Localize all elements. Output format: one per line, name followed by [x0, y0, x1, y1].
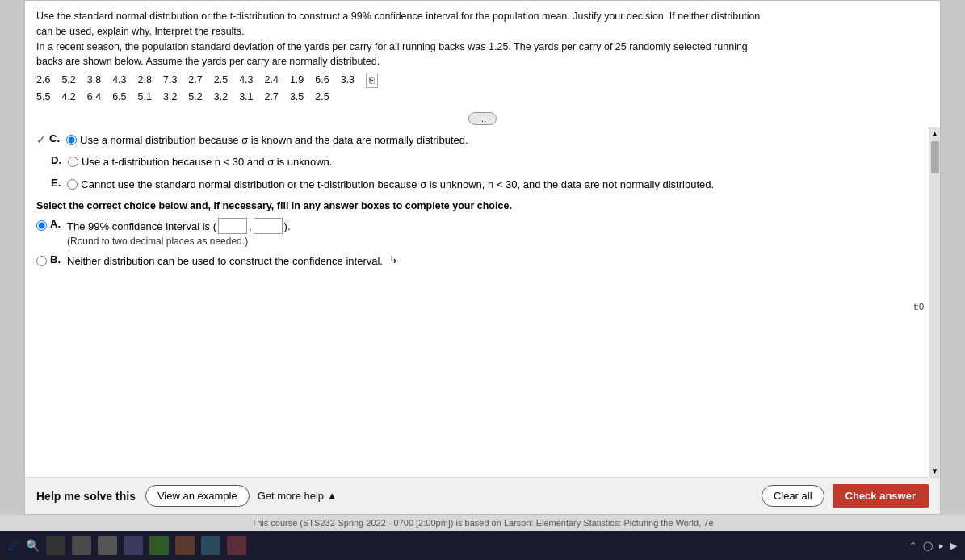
taskbar-icon-5[interactable]: [149, 536, 169, 555]
taskbar-icon-4[interactable]: [124, 536, 143, 555]
volume-icon[interactable]: ▶: [950, 541, 957, 551]
taskbar-icon-3[interactable]: [98, 536, 117, 555]
question-text-3: In a recent season, the population stand…: [36, 40, 929, 55]
data-val: 6.6: [315, 73, 329, 88]
clear-all-button[interactable]: Clear all: [762, 485, 824, 507]
data-val: 3.2: [163, 90, 177, 105]
option-c-radio[interactable]: [66, 135, 77, 145]
data-val: 2.4: [265, 73, 279, 88]
caret-up-icon[interactable]: ⌃: [909, 541, 917, 551]
taskbar-icon-7[interactable]: [201, 536, 220, 555]
option-b-text: Neither distribution can be used to cons…: [67, 253, 383, 270]
scroll-thumb[interactable]: [931, 141, 939, 173]
option-e-text: Cannot use the standard normal distribut…: [81, 177, 714, 193]
data-val: 5.1: [138, 90, 152, 105]
option-b: B. Neither distribution can be used to c…: [36, 253, 929, 270]
data-val: 2.5: [315, 90, 329, 105]
data-val: 7.3: [163, 73, 177, 88]
data-val: 6.5: [112, 90, 126, 105]
option-d: D. Use a t-distribution because n < 30 a…: [36, 154, 929, 170]
cursor-indicator: ↳: [389, 253, 398, 265]
comma-separator: ,: [249, 220, 252, 232]
data-val: 4.3: [239, 73, 253, 88]
t0-indicator: t:0: [914, 302, 924, 311]
get-more-help-link[interactable]: Get more help ▲: [258, 490, 338, 502]
option-d-label: D.: [51, 154, 61, 166]
option-d-text: Use a t-distribution because n < 30 and …: [82, 154, 332, 170]
taskbar-icon-2[interactable]: [72, 536, 91, 555]
option-a-text: The 99% confidence interval is (: [67, 220, 216, 232]
data-val: 5.2: [188, 90, 202, 105]
check-answer-button[interactable]: Check answer: [833, 484, 929, 508]
interval-upper-input[interactable]: [254, 218, 283, 234]
data-val: 3.5: [290, 90, 304, 105]
data-val: 6.4: [87, 90, 101, 105]
option-a-radio[interactable]: [36, 220, 47, 231]
bottom-action-bar: Help me solve this View an example Get m…: [24, 477, 941, 515]
question-text-2: can be used, explain why. Interpret the …: [36, 24, 929, 40]
question-text-1: Use the standard normal distribution or …: [36, 9, 929, 24]
data-val: 3.8: [87, 73, 101, 88]
option-a: A. The 99% confidence interval is ( , ).…: [36, 218, 929, 247]
data-val: 2.7: [188, 73, 202, 88]
notification-icon[interactable]: ◯: [923, 541, 933, 551]
scroll-bar[interactable]: ▲ ▼: [929, 127, 940, 478]
data-val: 4.2: [61, 90, 75, 105]
option-e-label: E.: [51, 177, 61, 189]
data-val: 4.3: [112, 73, 126, 88]
windows-icon[interactable]: ☄: [8, 538, 19, 554]
view-example-button[interactable]: View an example: [145, 485, 250, 507]
taskbar-right: ⌃ ◯ ▸ ▶: [909, 541, 957, 551]
help-label: Help me solve this: [36, 490, 136, 503]
data-val: 2.8: [138, 73, 152, 88]
copy-icon[interactable]: ⎘: [366, 73, 378, 88]
data-val: 2.6: [36, 73, 50, 88]
scroll-down-arrow[interactable]: ▼: [929, 466, 940, 475]
data-val: 3.1: [239, 90, 253, 105]
question-text-4: backs are shown below. Assume the yards …: [36, 54, 929, 69]
data-val: 3.2: [214, 90, 228, 105]
option-e: E. Cannot use the standard normal distri…: [36, 177, 929, 193]
expand-button[interactable]: ...: [468, 112, 497, 125]
wifi-icon[interactable]: ▸: [939, 541, 944, 551]
data-val: 1.9: [290, 73, 304, 88]
select-label: Select the correct choice below and, if …: [36, 200, 929, 211]
option-c-text: Use a normal distribution because σ is k…: [80, 132, 468, 148]
option-a-label: A.: [50, 218, 61, 230]
option-c: ✓ C. Use a normal distribution because σ…: [36, 132, 929, 148]
option-a-suffix: ).: [284, 220, 291, 232]
check-icon: ✓: [36, 133, 46, 146]
taskbar-icon-1[interactable]: [46, 536, 65, 555]
scroll-up-arrow[interactable]: ▲: [929, 127, 940, 140]
dropdown-arrow-icon: ▲: [327, 490, 338, 502]
footer: This course (STS232-Spring 2022 - 0700 […: [0, 515, 965, 531]
data-val: 5.2: [61, 73, 75, 88]
round-note: (Round to two decimal places as needed.): [67, 236, 291, 247]
taskbar-icon-6[interactable]: [175, 536, 195, 555]
option-b-radio[interactable]: [36, 256, 47, 266]
option-b-label: B.: [50, 253, 61, 265]
search-taskbar-icon[interactable]: 🔍: [26, 539, 40, 552]
footer-text: This course (STS232-Spring 2022 - 0700 […: [251, 518, 713, 528]
option-e-radio[interactable]: [67, 179, 78, 190]
interval-lower-input[interactable]: [218, 218, 247, 234]
option-d-radio[interactable]: [68, 157, 78, 167]
data-val: 2.7: [265, 90, 279, 105]
taskbar: ☄ 🔍 ⌃ ◯ ▸ ▶: [0, 531, 965, 560]
option-c-label: C.: [49, 132, 60, 144]
taskbar-icon-8[interactable]: [227, 536, 246, 555]
data-val: 3.3: [341, 73, 355, 88]
data-val: 5.5: [36, 90, 50, 105]
data-val: 2.5: [214, 73, 228, 88]
